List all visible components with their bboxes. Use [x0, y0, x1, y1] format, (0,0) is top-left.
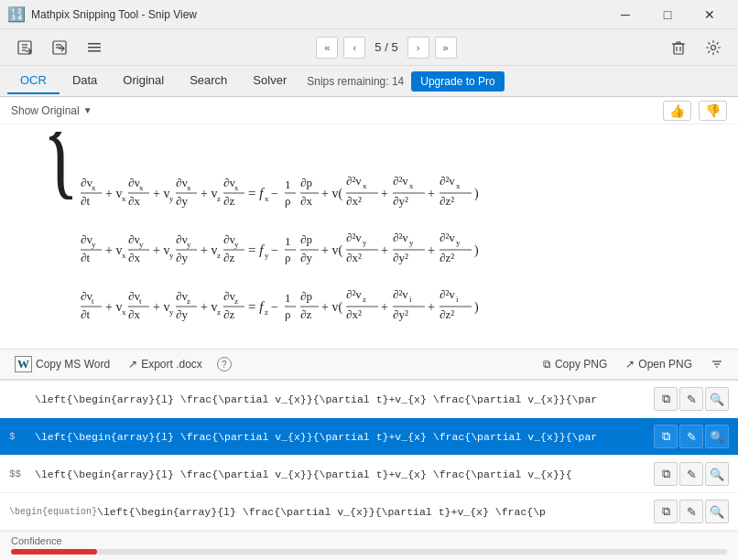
svg-text:x: x [187, 183, 191, 192]
svg-text:y: y [456, 238, 461, 247]
app-title: Mathpix Snipping Tool - Snip View [31, 8, 197, 21]
copy-code-button[interactable]: ⧉ [654, 462, 678, 486]
code-text: \left{\begin{array}{l} \frac{\partial v_… [35, 468, 646, 480]
svg-text:∂z: ∂z [223, 251, 234, 264]
search-code-button[interactable]: 🔍 [705, 425, 729, 448]
window-controls: ─ □ ✕ [604, 0, 731, 29]
last-page-button[interactable]: » [435, 37, 457, 59]
list-item[interactable]: $$ \left{\begin{array}{l} \frac{\partial… [0, 456, 738, 493]
svg-rect-9 [88, 43, 101, 45]
svg-text:ρ: ρ [285, 194, 291, 208]
svg-text:∂x: ∂x [128, 307, 140, 321]
svg-text:z: z [217, 194, 221, 203]
search-code-button[interactable]: 🔍 [705, 500, 729, 523]
list-item[interactable]: \left{\begin{array}{l} \frac{\partial v_… [0, 381, 738, 418]
first-page-button[interactable]: « [316, 37, 338, 59]
close-button[interactable]: ✕ [689, 0, 731, 29]
feedback-buttons: 👍 👎 [663, 101, 727, 121]
tab-solver[interactable]: Solver [240, 68, 299, 94]
svg-rect-11 [88, 50, 101, 52]
copy-code-button[interactable]: ⧉ [654, 425, 678, 448]
search-code-button[interactable]: 🔍 [705, 387, 729, 411]
svg-text:y: y [139, 240, 144, 249]
svg-text:∂y: ∂y [176, 251, 188, 264]
confidence-label: Confidence [11, 535, 727, 546]
prev-page-button[interactable]: ‹ [343, 37, 365, 59]
tab-data[interactable]: Data [60, 68, 110, 94]
tab-original[interactable]: Original [110, 68, 177, 94]
list-item[interactable]: \begin{equation} \left{\begin{array}{l} … [0, 493, 738, 531]
svg-text:): ) [474, 243, 479, 258]
code-list: \left{\begin{array}{l} \frac{\partial v_… [0, 380, 738, 531]
bottom-toolbar: W Copy MS Word ↗ Export .docx ? ⧉ Copy P… [0, 349, 738, 380]
export-docx-button[interactable]: ↗ Export .docx [125, 356, 206, 372]
show-original-toggle[interactable]: Show Original ▼ [11, 104, 92, 117]
svg-text:ρ: ρ [285, 307, 291, 321]
svg-text:+: + [381, 300, 388, 314]
open-png-label: Open PNG [638, 358, 692, 371]
svg-text:y: y [187, 240, 191, 249]
svg-text:+ v: + v [105, 243, 122, 257]
show-original-bar: Show Original ▼ 👍 👎 [0, 97, 738, 124]
copy-code-button[interactable]: ⧉ [654, 387, 678, 411]
svg-text:z: z [217, 307, 221, 317]
svg-text:∂x²: ∂x² [346, 194, 362, 208]
import-button[interactable] [11, 34, 38, 61]
snips-remaining: Snips remaining: 14 [307, 75, 404, 88]
navigation-controls: « ‹ 5 / 5 › » [316, 37, 456, 59]
open-png-button[interactable]: ↗ Open PNG [622, 356, 696, 372]
svg-text:∂²v: ∂²v [393, 231, 408, 244]
next-page-button[interactable]: › [407, 37, 429, 59]
thumbs-down-button[interactable]: 👎 [699, 101, 727, 121]
copy-word-button[interactable]: W Copy MS Word [11, 354, 114, 374]
bottom-left-actions: W Copy MS Word ↗ Export .docx ? [11, 354, 232, 374]
svg-text:x: x [456, 181, 461, 190]
delete-button[interactable] [665, 34, 692, 61]
svg-text:+: + [428, 243, 435, 257]
edit-code-button[interactable]: ✎ [679, 462, 703, 486]
svg-text:z: z [265, 307, 268, 317]
svg-text:∂y: ∂y [176, 307, 188, 321]
svg-text:+ v(: + v( [321, 300, 342, 315]
maximize-button[interactable]: □ [646, 0, 689, 29]
confidence-fill [11, 549, 97, 555]
svg-text:∂x: ∂x [128, 194, 140, 208]
svg-text:1: 1 [285, 178, 291, 191]
edit-code-button[interactable]: ✎ [679, 500, 703, 523]
bottom-right-actions: ⧉ Copy PNG ↗ Open PNG [539, 356, 727, 372]
svg-text:+: + [428, 187, 435, 200]
code-prefix: \begin{equation} [9, 507, 97, 517]
copy-png-icon: ⧉ [543, 358, 551, 371]
edit-code-button[interactable]: ✎ [679, 387, 703, 411]
list-item[interactable]: $ \left{\begin{array}{l} \frac{\partial … [0, 418, 738, 456]
svg-text:x: x [409, 181, 414, 190]
settings-button[interactable] [700, 34, 727, 61]
minimize-button[interactable]: ─ [604, 0, 646, 29]
export-button[interactable] [46, 34, 73, 61]
filter-button[interactable] [707, 356, 727, 372]
svg-text:∂x²: ∂x² [346, 251, 362, 264]
svg-text:+ v: + v [153, 300, 169, 314]
edit-code-button[interactable]: ✎ [679, 425, 703, 448]
svg-text:z: z [234, 296, 238, 306]
copy-png-button[interactable]: ⧉ Copy PNG [539, 356, 611, 372]
tab-ocr[interactable]: OCR [7, 68, 60, 94]
svg-text:∂y: ∂y [300, 251, 312, 264]
svg-text:= f: = f [248, 299, 265, 314]
tab-search[interactable]: Search [177, 68, 240, 94]
thumbs-up-button[interactable]: 👍 [663, 101, 691, 121]
svg-text:x: x [122, 307, 126, 317]
menu-button[interactable] [81, 34, 108, 61]
svg-text:∂p: ∂p [300, 176, 312, 189]
svg-point-19 [711, 45, 715, 49]
svg-text:∂²v: ∂²v [346, 174, 362, 188]
svg-text:−: − [271, 300, 278, 314]
open-png-icon: ↗ [625, 358, 635, 371]
help-icon[interactable]: ? [217, 357, 232, 372]
svg-text:∂²v: ∂²v [440, 231, 455, 244]
svg-text:i: i [456, 295, 459, 304]
upgrade-button[interactable]: Upgrade to Pro [411, 71, 504, 92]
copy-code-button[interactable]: ⧉ [654, 500, 678, 523]
svg-text:x: x [92, 183, 96, 192]
search-code-button[interactable]: 🔍 [705, 462, 729, 486]
